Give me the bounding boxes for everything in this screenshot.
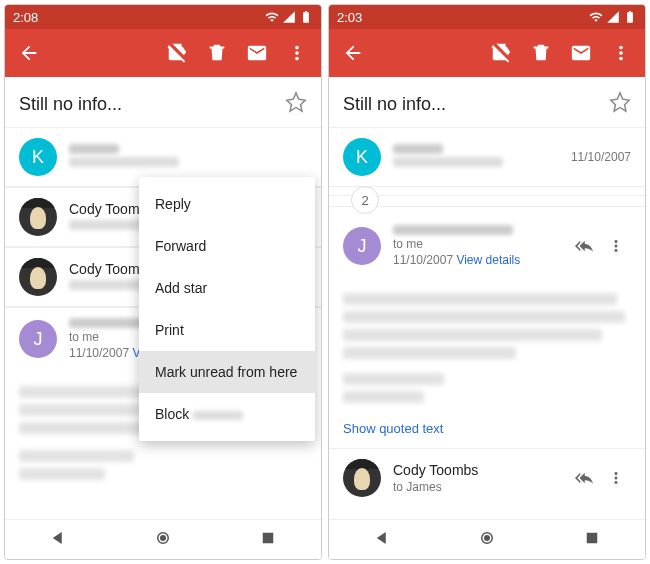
message-overflow-button[interactable] bbox=[601, 463, 631, 493]
arrow-back-icon bbox=[18, 42, 40, 64]
menu-mark-unread-from-here[interactable]: Mark unread from here bbox=[139, 351, 315, 393]
unsubscribe-button[interactable] bbox=[481, 33, 521, 73]
nav-home-button[interactable] bbox=[154, 529, 172, 551]
status-bar: 2:08 bbox=[5, 5, 321, 29]
more-vert-icon bbox=[607, 469, 625, 487]
avatar: J bbox=[19, 320, 57, 358]
battery-icon bbox=[623, 10, 637, 24]
menu-add-star[interactable]: Add star bbox=[139, 267, 315, 309]
triangle-back-icon bbox=[49, 529, 67, 547]
reply-all-button[interactable] bbox=[569, 231, 599, 261]
avatar bbox=[19, 258, 57, 296]
status-time: 2:03 bbox=[337, 10, 362, 25]
label-off-icon bbox=[166, 42, 188, 64]
menu-block[interactable]: Block bbox=[139, 393, 315, 435]
reply-all-icon bbox=[575, 237, 593, 255]
expanded-sender-row: J to me 11/10/2007 View details bbox=[329, 215, 645, 277]
star-button[interactable] bbox=[285, 91, 307, 117]
to-line: to James bbox=[393, 480, 442, 494]
wifi-icon bbox=[589, 10, 603, 24]
avatar: K bbox=[343, 138, 381, 176]
menu-forward[interactable]: Forward bbox=[139, 225, 315, 267]
reply-all-icon bbox=[575, 469, 593, 487]
star-button[interactable] bbox=[609, 91, 631, 117]
subject-row: Still no info... bbox=[329, 77, 645, 127]
battery-icon bbox=[299, 10, 313, 24]
mark-unread-button[interactable] bbox=[237, 33, 277, 73]
app-bar bbox=[5, 29, 321, 77]
signal-icon bbox=[282, 10, 296, 24]
subject-row: Still no info... bbox=[5, 77, 321, 127]
star-outline-icon bbox=[285, 91, 307, 113]
nav-bar bbox=[5, 519, 321, 559]
view-details-link[interactable]: View details bbox=[456, 253, 520, 267]
trash-icon bbox=[206, 42, 228, 64]
svg-point-4 bbox=[484, 535, 490, 541]
label-off-icon bbox=[490, 42, 512, 64]
nav-bar bbox=[329, 519, 645, 559]
unsubscribe-button[interactable] bbox=[157, 33, 197, 73]
message-date: 11/10/2007 bbox=[69, 346, 129, 360]
sender-row-k[interactable]: K 11/10/2007 bbox=[329, 127, 645, 187]
context-menu: Reply Forward Add star Print Mark unread… bbox=[139, 177, 315, 441]
svg-point-1 bbox=[160, 535, 166, 541]
avatar bbox=[343, 459, 381, 497]
status-time: 2:08 bbox=[13, 10, 38, 25]
phone-left: 2:08 Still no info... bbox=[4, 4, 322, 560]
subject-text: Still no info... bbox=[19, 94, 285, 115]
status-bar: 2:03 bbox=[329, 5, 645, 29]
wifi-icon bbox=[265, 10, 279, 24]
collapsed-count-badge: 2 bbox=[351, 186, 379, 214]
collapsed-messages[interactable]: 2 bbox=[329, 191, 645, 211]
nav-recent-button[interactable] bbox=[259, 529, 277, 551]
menu-reply[interactable]: Reply bbox=[139, 183, 315, 225]
nav-back-button[interactable] bbox=[49, 529, 67, 551]
trash-icon bbox=[530, 42, 552, 64]
message-date: 11/10/2007 bbox=[571, 150, 631, 164]
subject-text: Still no info... bbox=[343, 94, 609, 115]
phone-right: 2:03 Still no info... bbox=[328, 4, 646, 560]
overflow-button[interactable] bbox=[277, 33, 317, 73]
to-line: to me bbox=[393, 237, 423, 251]
star-outline-icon bbox=[609, 91, 631, 113]
more-vert-icon bbox=[286, 42, 308, 64]
to-line: to me bbox=[69, 330, 99, 344]
reply-all-button[interactable] bbox=[569, 463, 599, 493]
message-body bbox=[329, 277, 645, 415]
menu-print[interactable]: Print bbox=[139, 309, 315, 351]
app-bar bbox=[329, 29, 645, 77]
avatar bbox=[19, 198, 57, 236]
nav-recent-button[interactable] bbox=[583, 529, 601, 551]
status-icons bbox=[589, 10, 637, 24]
overflow-button[interactable] bbox=[601, 33, 641, 73]
triangle-back-icon bbox=[373, 529, 391, 547]
sender-name: Cody Toombs bbox=[393, 462, 478, 478]
delete-button[interactable] bbox=[197, 33, 237, 73]
circle-home-icon bbox=[478, 529, 496, 547]
sender-row-cody[interactable]: Cody Toombs to James bbox=[329, 448, 645, 507]
show-quoted-link[interactable]: Show quoted text bbox=[329, 415, 645, 448]
square-recent-icon bbox=[259, 529, 277, 547]
status-icons bbox=[265, 10, 313, 24]
back-button[interactable] bbox=[333, 33, 373, 73]
signal-icon bbox=[606, 10, 620, 24]
avatar: K bbox=[19, 138, 57, 176]
arrow-back-icon bbox=[342, 42, 364, 64]
nav-back-button[interactable] bbox=[373, 529, 391, 551]
avatar: J bbox=[343, 227, 381, 265]
message-overflow-button[interactable] bbox=[601, 231, 631, 261]
mail-icon bbox=[246, 42, 268, 64]
more-vert-icon bbox=[610, 42, 632, 64]
mail-icon bbox=[570, 42, 592, 64]
back-button[interactable] bbox=[9, 33, 49, 73]
square-recent-icon bbox=[583, 529, 601, 547]
message-date: 11/10/2007 bbox=[393, 253, 453, 267]
more-vert-icon bbox=[607, 237, 625, 255]
circle-home-icon bbox=[154, 529, 172, 547]
svg-rect-5 bbox=[587, 532, 598, 543]
delete-button[interactable] bbox=[521, 33, 561, 73]
svg-rect-2 bbox=[263, 532, 274, 543]
nav-home-button[interactable] bbox=[478, 529, 496, 551]
mark-unread-button[interactable] bbox=[561, 33, 601, 73]
